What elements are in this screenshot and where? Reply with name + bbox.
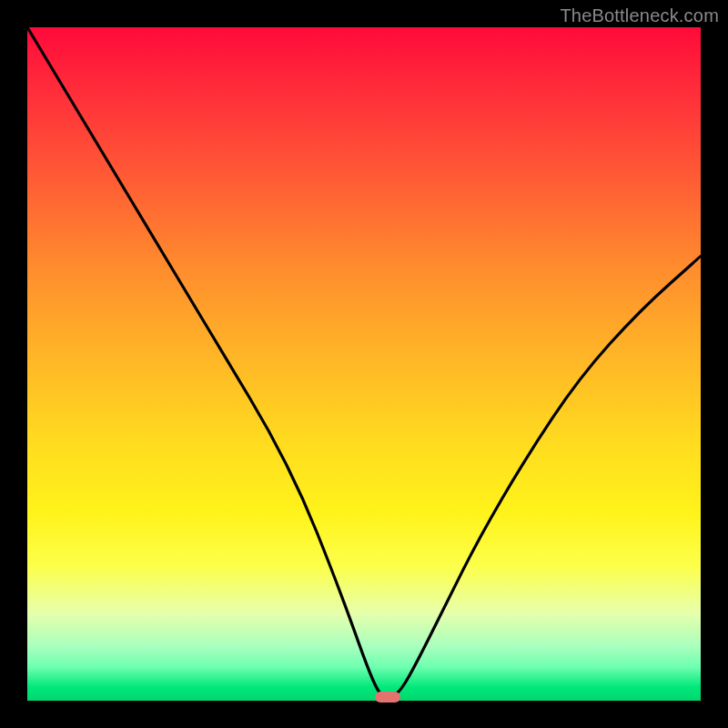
curve-path: [27, 27, 701, 697]
optimum-marker: [375, 692, 400, 703]
watermark-text: TheBottleneck.com: [560, 5, 719, 26]
chart-stage: TheBottleneck.com: [0, 0, 728, 728]
plot-area: [27, 27, 701, 701]
bottleneck-curve: [27, 27, 701, 701]
